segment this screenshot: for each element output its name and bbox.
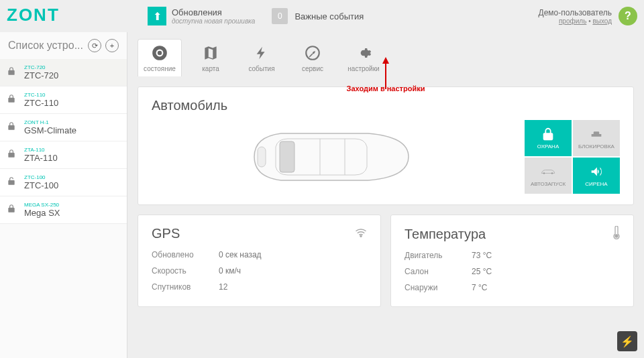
lock-icon (7, 66, 17, 78)
recycle-icon[interactable]: ⟳ (88, 39, 101, 52)
tab-service[interactable]: сервис (290, 40, 335, 76)
svg-rect-10 (258, 147, 266, 167)
device-ztc-720[interactable]: ZTC-720ZTC-720 (0, 59, 127, 86)
annotation-text: Заходим в настройки (347, 84, 425, 93)
unlock-icon (7, 176, 17, 188)
gps-title: GPS (152, 226, 180, 241)
main-content: состояние карта события сервис настройки (127, 32, 644, 358)
events-label: Важные события (294, 11, 364, 21)
control-grid: ОХРАНА БЛОКИРОВКА АВТОЗАПУСК СИРЕНА (525, 120, 620, 194)
device-ztc-100[interactable]: ZTC-100ZTC-100 (0, 169, 127, 196)
events-count: 0 (272, 8, 288, 24)
gear-icon (354, 44, 373, 62)
device-zta-110[interactable]: ZTA-110ZTA-110 (0, 141, 127, 169)
temp-panel: Температура Двигатель73 °C Салон25 °C Сн… (390, 215, 634, 307)
device-sidebar: Список устро... ⟳ + ZTC-720ZTC-720 ZTC-1… (0, 32, 127, 358)
temp-title: Температура (405, 227, 486, 242)
lightning-icon (252, 44, 271, 62)
tab-state[interactable]: состояние (138, 39, 182, 76)
updates-title: Обновления (172, 7, 255, 17)
sidebar-title: Список устро... (8, 40, 84, 52)
device-ztc-110[interactable]: ZTC-110ZTC-110 (0, 86, 127, 114)
bolt-fab[interactable]: ⚡ (617, 331, 637, 351)
wifi-icon (355, 228, 367, 240)
tab-events[interactable]: события (239, 40, 284, 76)
thermometer-icon (612, 226, 620, 242)
add-device-button[interactable]: + (105, 39, 119, 52)
map-icon (201, 44, 220, 62)
device-mega-sx[interactable]: MEGA SX-250Mega SX (0, 196, 127, 224)
svg-point-12 (551, 172, 553, 174)
auto-panel-title: Автомобиль (152, 98, 620, 113)
block-button[interactable]: БЛОКИРОВКА (573, 120, 620, 156)
logout-link[interactable]: выход (592, 17, 612, 25)
updates-notice[interactable]: ⬆ Обновления доступна новая прошивка (148, 7, 255, 25)
state-icon (150, 44, 169, 62)
svg-point-3 (158, 51, 162, 56)
lock-icon (7, 94, 17, 106)
lock-icon (7, 149, 17, 161)
lock-icon (7, 204, 17, 216)
updates-subtitle: доступна новая прошивка (172, 17, 255, 25)
svg-rect-7 (280, 141, 294, 172)
device-gsm-climate[interactable]: ZONT H-1GSM-Climate (0, 114, 127, 141)
lock-icon (7, 121, 17, 133)
car-diagram (152, 120, 504, 194)
siren-button[interactable]: СИРЕНА (573, 158, 620, 194)
tab-map[interactable]: карта (189, 40, 233, 76)
help-button[interactable]: ? (619, 7, 637, 25)
important-events[interactable]: 0 Важные события (272, 8, 364, 24)
svg-marker-6 (382, 57, 389, 64)
logo: ZONT (7, 5, 121, 27)
user-info: Демо-пользователь профиль • выход (539, 8, 612, 25)
svg-point-11 (543, 172, 545, 174)
wrench-icon (303, 44, 322, 62)
svg-point-14 (615, 235, 618, 237)
auto-panel: Заходим в настройки Автомобиль (138, 86, 634, 205)
header: ZONT ⬆ Обновления доступна новая прошивк… (0, 0, 644, 32)
svg-text:ZONT: ZONT (7, 5, 60, 25)
guard-button[interactable]: ОХРАНА (525, 120, 572, 156)
upload-icon: ⬆ (148, 7, 166, 25)
profile-link[interactable]: профиль (559, 17, 586, 25)
user-name: Демо-пользователь (539, 8, 612, 17)
gps-panel: GPS Обновлено0 сек назад Скорость0 км/ч … (138, 215, 381, 307)
autostart-button[interactable]: АВТОЗАПУСК (525, 158, 572, 194)
svg-point-13 (360, 235, 362, 237)
